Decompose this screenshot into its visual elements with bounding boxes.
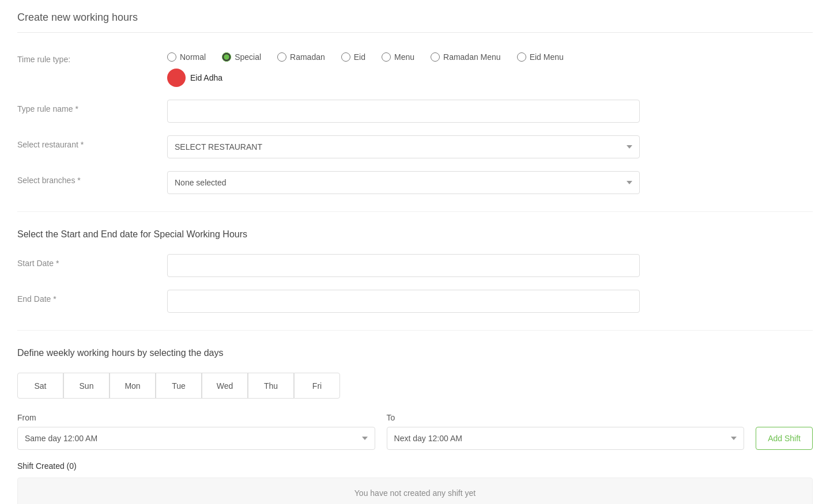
day-fri[interactable]: Fri — [294, 373, 340, 399]
time-rule-section: Time rule type: Normal Special Ramadan — [17, 50, 813, 194]
select-restaurant-dropdown[interactable]: SELECT RESTAURANT — [167, 135, 640, 158]
end-date-input[interactable] — [167, 290, 640, 313]
day-thu[interactable]: Thu — [248, 373, 294, 399]
radio-menu[interactable]: Menu — [382, 52, 414, 62]
end-date-control — [167, 290, 640, 313]
divider-2 — [17, 330, 813, 331]
radio-ramadan-menu-label: Ramadan Menu — [443, 52, 501, 62]
radio-eid-label: Eid — [354, 52, 365, 62]
from-label: From — [17, 413, 375, 422]
special-heading: Select the Start and End date for Specia… — [17, 229, 813, 240]
select-restaurant-control: SELECT RESTAURANT — [167, 135, 640, 158]
radio-ramadan[interactable]: Ramadan — [277, 52, 325, 62]
eid-adha-option[interactable]: Eid Adha — [167, 69, 222, 87]
radio-normal[interactable]: Normal — [167, 52, 206, 62]
add-shift-button[interactable]: Add Shift — [756, 427, 813, 450]
radio-special[interactable]: Special — [222, 52, 261, 62]
type-rule-name-row: Type rule name * — [17, 100, 813, 123]
radio-group-main: Normal Special Ramadan Eid — [167, 50, 640, 62]
weekly-section: Define weekly working hours by selecting… — [17, 348, 813, 504]
weekly-heading: Define weekly working hours by selecting… — [17, 348, 813, 358]
radio-row-second: Eid Adha — [167, 69, 640, 87]
from-to-row: From Same day 12:00 AM Same day 1:00 AM … — [17, 413, 813, 450]
radio-menu-label: Menu — [394, 52, 414, 62]
radio-menu-input[interactable] — [382, 52, 391, 62]
special-section: Select the Start and End date for Specia… — [17, 229, 813, 313]
radio-special-input[interactable] — [222, 52, 231, 62]
select-branches-control: None selected — [167, 171, 640, 194]
type-rule-name-input[interactable] — [167, 100, 640, 123]
day-sun[interactable]: Sun — [63, 373, 110, 399]
radio-eid-input[interactable] — [341, 52, 350, 62]
no-shift-box: You have not created any shift yet — [17, 478, 813, 504]
radio-normal-label: Normal — [180, 52, 206, 62]
start-date-label: Start Date * — [17, 254, 167, 268]
type-rule-name-label: Type rule name * — [17, 100, 167, 113]
time-rule-options: Normal Special Ramadan Eid — [167, 50, 640, 87]
no-shift-message: You have not created any shift yet — [354, 488, 476, 498]
radio-ramadan-label: Ramadan — [290, 52, 325, 62]
eid-adha-label: Eid Adha — [190, 73, 222, 82]
day-mon[interactable]: Mon — [110, 373, 156, 399]
time-rule-row: Time rule type: Normal Special Ramadan — [17, 50, 813, 87]
days-row: Sat Sun Mon Tue Wed Thu Fri — [17, 373, 813, 399]
day-wed[interactable]: Wed — [202, 373, 248, 399]
time-rule-label: Time rule type: — [17, 50, 167, 64]
divider-1 — [17, 211, 813, 212]
start-date-row: Start Date * — [17, 254, 813, 277]
radio-eid[interactable]: Eid — [341, 52, 365, 62]
to-select[interactable]: Next day 12:00 AM Next day 1:00 AM Next … — [387, 427, 745, 450]
page-container: Create new working hours Time rule type:… — [0, 0, 830, 504]
select-branches-dropdown[interactable]: None selected — [167, 171, 640, 194]
from-select[interactable]: Same day 12:00 AM Same day 1:00 AM Same … — [17, 427, 375, 450]
from-group: From Same day 12:00 AM Same day 1:00 AM … — [17, 413, 375, 450]
radio-eid-menu[interactable]: Eid Menu — [517, 52, 564, 62]
select-restaurant-row: Select restaurant * SELECT RESTAURANT — [17, 135, 813, 158]
select-branches-row: Select branches * None selected — [17, 171, 813, 194]
start-date-input[interactable] — [167, 254, 640, 277]
shift-created-label: Shift Created (0) — [17, 461, 813, 471]
radio-normal-input[interactable] — [167, 52, 176, 62]
eid-adha-dot — [167, 69, 186, 87]
day-sat[interactable]: Sat — [17, 373, 63, 399]
radio-ramadan-menu[interactable]: Ramadan Menu — [431, 52, 501, 62]
start-date-control — [167, 254, 640, 277]
radio-special-label: Special — [235, 52, 261, 62]
select-restaurant-label: Select restaurant * — [17, 135, 167, 149]
end-date-label: End Date * — [17, 290, 167, 304]
end-date-row: End Date * — [17, 290, 813, 313]
type-rule-name-control — [167, 100, 640, 123]
radio-eid-menu-input[interactable] — [517, 52, 526, 62]
select-branches-label: Select branches * — [17, 171, 167, 185]
radio-ramadan-menu-input[interactable] — [431, 52, 440, 62]
radio-eid-menu-label: Eid Menu — [530, 52, 564, 62]
to-group: To Next day 12:00 AM Next day 1:00 AM Ne… — [387, 413, 745, 450]
to-label: To — [387, 413, 745, 422]
page-title: Create new working hours — [17, 12, 813, 33]
day-tue[interactable]: Tue — [156, 373, 202, 399]
radio-ramadan-input[interactable] — [277, 52, 286, 62]
